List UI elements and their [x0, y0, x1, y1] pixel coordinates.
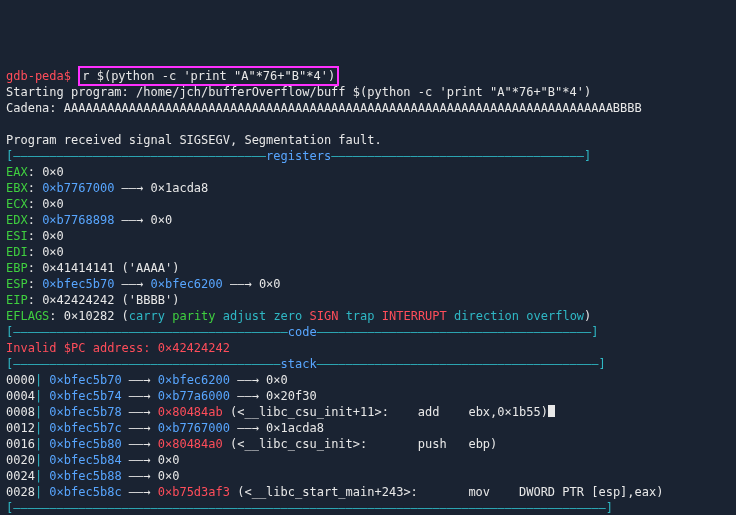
reg-eip-note: ('BBBB') [114, 293, 179, 307]
stack-off: 0028 [6, 485, 35, 499]
starting-line: Starting program: /home/jch/bufferOverfl… [6, 85, 591, 99]
reg-ebp-val: 0×41414141 [42, 261, 114, 275]
cadena-value: AAAAAAAAAAAAAAAAAAAAAAAAAAAAAAAAAAAAAAAA… [57, 101, 642, 115]
rule-label-registers: registers [266, 149, 331, 163]
cursor-icon [548, 405, 555, 417]
stack-off: 0016 [6, 437, 35, 451]
rule-end: [———————————————————————————————————————… [6, 501, 613, 515]
stack-off: 0020 [6, 453, 35, 467]
terminal[interactable]: gdb-peda$ r $(python -c 'print "A"*76+"B… [6, 68, 730, 515]
invalid-pc: Invalid $PC address: 0×42424242 [6, 341, 230, 355]
cadena-label: Cadena: [6, 101, 57, 115]
stack-addr: 0×bfec5b8c [49, 485, 121, 499]
cmd-text: r $(python -c 'print "A"*76+"B"*4') [82, 69, 335, 83]
reg-edx-tgt: 0×0 [151, 213, 173, 227]
reg-ebp-note: ('AAAA') [114, 261, 179, 275]
stack-off: 0000 [6, 373, 35, 387]
rule-right: ——————————————————————————————————————] [317, 325, 599, 339]
reg-esp-name: ESP [6, 277, 28, 291]
rule-label-stack: stack [281, 357, 317, 371]
rule-right: ———————————————————————————————————] [331, 149, 591, 163]
rule-label-code: code [288, 325, 317, 339]
rule-right: ———————————————————————————————————————] [317, 357, 606, 371]
stack-addr: 0×bfec5b84 [49, 453, 121, 467]
reg-ebx-tgt: 0×1acda8 [151, 181, 209, 195]
reg-ecx-name: ECX [6, 197, 28, 211]
reg-eax-name: EAX [6, 165, 28, 179]
rule-left: [—————————————————————————————————————— [6, 325, 288, 339]
reg-edx-val: 0×b7768898 [42, 213, 114, 227]
reg-ebx-name: EBX [6, 181, 28, 195]
reg-eip-name: EIP [6, 293, 28, 307]
stack-addr: 0×bfec5b74 [49, 389, 121, 403]
reg-edi-val: 0×0 [42, 245, 64, 259]
reg-eip-val: 0×42424242 [42, 293, 114, 307]
stack-off: 0012 [6, 421, 35, 435]
reg-ebp-name: EBP [6, 261, 28, 275]
reg-esi-val: 0×0 [42, 229, 64, 243]
stack-addr: 0×bfec5b7c [49, 421, 121, 435]
reg-esp-val: 0×bfec5b70 [42, 277, 114, 291]
reg-esp-mid: 0×bfec6200 [151, 277, 223, 291]
reg-edx-name: EDX [6, 213, 28, 227]
reg-esi-name: ESI [6, 229, 28, 243]
reg-esp-tgt: 0×0 [259, 277, 281, 291]
stack-addr: 0×bfec5b80 [49, 437, 121, 451]
reg-edi-name: EDI [6, 245, 28, 259]
reg-eflags-name: EFLAGS [6, 309, 49, 323]
reg-eflags-val: 0×10282 [64, 309, 115, 323]
cmd-highlight: r $(python -c 'print "A"*76+"B"*4') [78, 66, 339, 86]
reg-ebx-val: 0×b7767000 [42, 181, 114, 195]
stack-off: 0004 [6, 389, 35, 403]
stack-off: 0024 [6, 469, 35, 483]
gdb-prompt: gdb-peda$ [6, 69, 78, 83]
signal-line: Program received signal SIGSEGV, Segment… [6, 133, 382, 147]
rule-left: [————————————————————————————————————— [6, 357, 281, 371]
stack-off: 0008 [6, 405, 35, 419]
rule-left: [——————————————————————————————————— [6, 149, 266, 163]
stack-addr: 0×bfec5b78 [49, 405, 121, 419]
stack-addr: 0×bfec5b88 [49, 469, 121, 483]
reg-ecx-val: 0×0 [42, 197, 64, 211]
reg-eax-val: 0×0 [42, 165, 64, 179]
stack-addr: 0×bfec5b70 [49, 373, 121, 387]
